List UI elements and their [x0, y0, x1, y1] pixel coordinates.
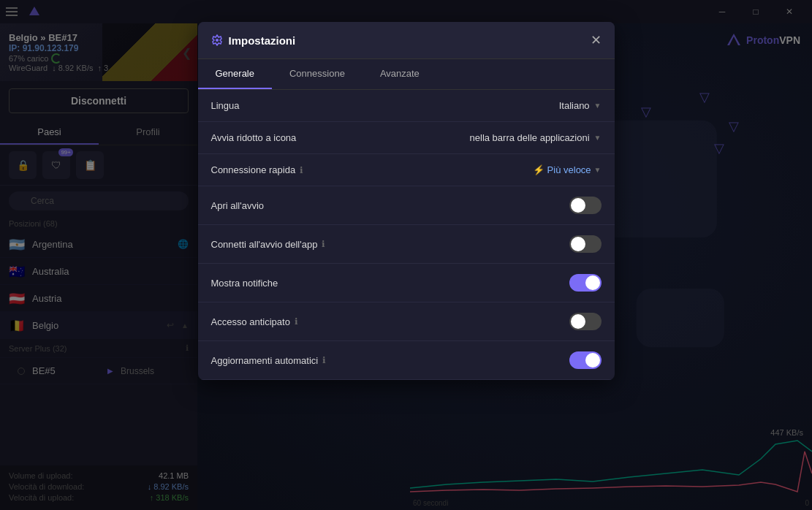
modal-tab-generale[interactable]: Generale: [198, 59, 272, 89]
conn-rapida-value: Più veloce: [547, 164, 591, 175]
apri-avvio-label: Apri all'avvio: [211, 200, 265, 211]
modal-title: Impostazioni: [229, 34, 296, 47]
setting-avvia: Avvia ridotto a icona nella barra delle …: [198, 122, 615, 154]
modal-tab-connessione[interactable]: Connessione: [272, 59, 363, 89]
setting-connetti-avvio: Connetti all'avvio dell'app ℹ: [198, 225, 615, 264]
aggiornamenti-toggle[interactable]: [569, 351, 602, 369]
lingua-dropdown[interactable]: Italiano ▼: [559, 100, 602, 111]
setting-aggiornamenti: Aggiornamenti automatici ℹ: [198, 341, 615, 380]
modal-header: Impostazioni ✕: [198, 22, 615, 59]
setting-apri-avvio: Apri all'avvio: [198, 186, 615, 225]
connetti-avvio-toggle[interactable]: [569, 235, 602, 253]
accesso-label: Accesso anticipato ℹ: [211, 316, 298, 327]
conn-rapida-dropdown[interactable]: ⚡ Più veloce ▼: [533, 164, 602, 175]
lightning-icon: ⚡: [533, 164, 545, 175]
settings-modal: Impostazioni ✕ Generale Connessione Avan…: [198, 22, 615, 380]
connetti-avvio-knob: [571, 237, 585, 251]
lingua-arrow: ▼: [594, 102, 602, 110]
notifiche-label: Mostra notifiche: [211, 278, 278, 289]
apri-avvio-knob: [571, 198, 585, 213]
avvia-arrow: ▼: [594, 134, 602, 142]
lingua-label: Lingua: [211, 100, 240, 111]
settings-content: Lingua Italiano ▼ Avvia ridotto a icona …: [198, 90, 615, 380]
connetti-avvio-info-icon[interactable]: ℹ: [322, 239, 325, 249]
svg-point-10: [216, 39, 219, 42]
modal-overlay: Impostazioni ✕ Generale Connessione Avan…: [0, 0, 812, 510]
connetti-avvio-label: Connetti all'avvio dell'app ℹ: [211, 239, 326, 250]
setting-accesso: Accesso anticipato ℹ: [198, 302, 615, 341]
modal-tabs: Generale Connessione Avanzate: [198, 59, 615, 90]
conn-rapida-info-icon[interactable]: ℹ: [300, 165, 303, 175]
notifiche-toggle[interactable]: [569, 274, 602, 292]
conn-rapida-label: Connessione rapida ℹ: [211, 164, 304, 175]
aggiornamenti-info-icon[interactable]: ℹ: [322, 355, 326, 365]
avvia-dropdown[interactable]: nella barra delle applicazioni ▼: [470, 132, 602, 143]
conn-rapida-arrow: ▼: [594, 166, 602, 174]
avvia-value: nella barra delle applicazioni: [470, 132, 590, 143]
setting-lingua: Lingua Italiano ▼: [198, 90, 615, 122]
setting-notifiche: Mostra notifiche: [198, 264, 615, 302]
avvia-label: Avvia ridotto a icona: [211, 132, 297, 143]
accesso-info-icon[interactable]: ℹ: [295, 316, 298, 327]
apri-avvio-toggle[interactable]: [569, 197, 602, 214]
modal-tab-avanzate[interactable]: Avanzate: [363, 59, 437, 89]
setting-connessione-rapida: Connessione rapida ℹ ⚡ Più veloce ▼: [198, 154, 615, 186]
notifiche-knob: [585, 275, 600, 290]
aggiornamenti-label: Aggiornamenti automatici ℹ: [211, 355, 327, 366]
modal-close-button[interactable]: ✕: [591, 32, 602, 48]
accesso-toggle[interactable]: [569, 313, 602, 330]
modal-title-wrap: Impostazioni: [211, 34, 296, 47]
lingua-value: Italiano: [559, 100, 590, 111]
accesso-knob: [571, 314, 585, 329]
settings-icon: [211, 34, 223, 46]
aggiornamenti-knob: [585, 353, 600, 368]
